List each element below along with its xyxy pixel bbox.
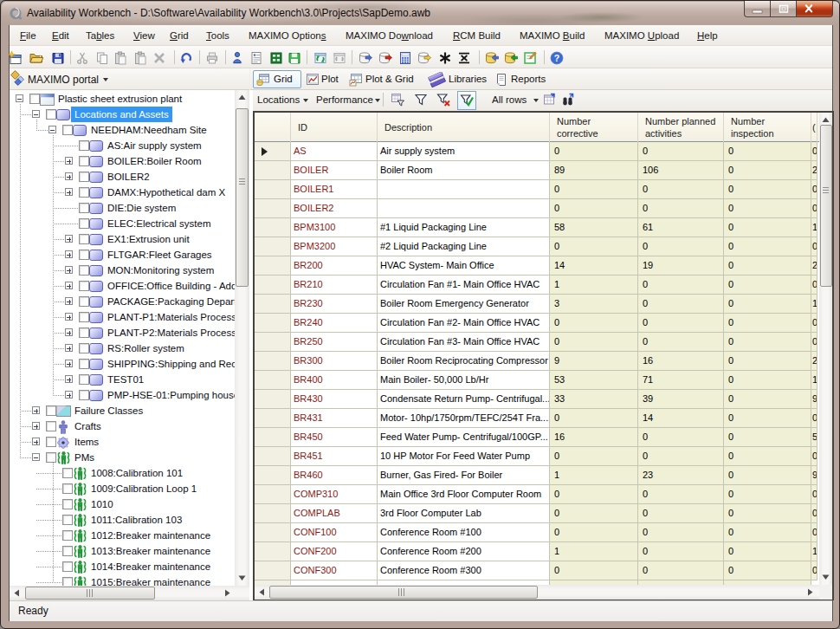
svg-text:?: ?: [554, 53, 559, 63]
